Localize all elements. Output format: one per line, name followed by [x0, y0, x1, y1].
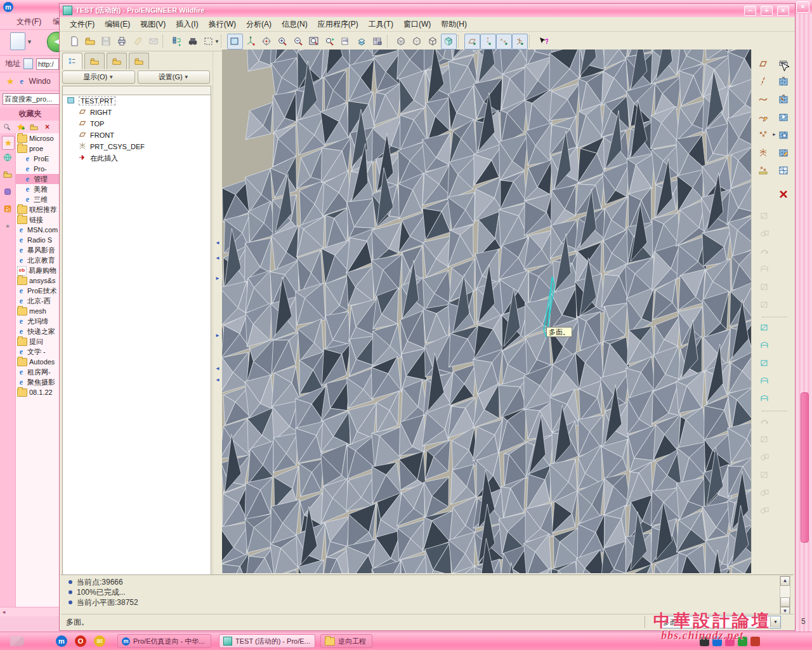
favorites-item[interactable]: eProE技术 — [16, 286, 60, 296]
favorites-star-icon[interactable]: ★ — [6, 76, 15, 86]
proe-menu-item[interactable]: 编辑(E) — [100, 17, 135, 32]
point-display-icon[interactable] — [496, 34, 512, 50]
proe-menu-item[interactable]: 工具(T) — [363, 17, 398, 32]
spin-center-icon[interactable] — [259, 34, 275, 50]
favorites-item[interactable]: 联想推荐 — [16, 204, 60, 215]
favorites-item[interactable]: ePro- — [16, 164, 60, 174]
favorites-item[interactable]: eProE — [16, 154, 60, 164]
favorites-item[interactable]: e管理 — [16, 174, 60, 184]
minimize-button[interactable]: − — [744, 6, 756, 16]
proe-menu-item[interactable]: 视图(V) — [135, 17, 171, 32]
model-tree-item[interactable]: TEST.PRT — [63, 95, 211, 107]
links-item-label[interactable]: Windo — [29, 77, 51, 86]
start-button[interactable] — [10, 636, 24, 646]
connections-tab-icon[interactable] — [129, 53, 149, 69]
settings-dropdown-button[interactable]: 设置(G)▼ — [138, 70, 211, 84]
favorites-item[interactable]: e聚焦摄影 — [16, 377, 60, 387]
rename-icon[interactable]: AB — [338, 34, 354, 50]
orient-3d-icon[interactable] — [243, 34, 259, 50]
view-manager-icon[interactable] — [370, 34, 386, 50]
facet-region-icon[interactable] — [776, 91, 791, 107]
facet-plain-icon[interactable] — [776, 162, 791, 178]
panel-sash[interactable]: ◄◄►►◄◄ — [213, 51, 222, 576]
search-binoculars-icon[interactable] — [185, 34, 200, 50]
favorites-item[interactable]: e文学 - — [16, 347, 60, 357]
outer-menu-item[interactable]: 文件(F) — [16, 17, 41, 27]
facet-fill-hole-icon[interactable] — [776, 109, 791, 124]
favorites-star-icon[interactable]: ★ — [2, 136, 15, 150]
panel-collapse-chevron-icon[interactable]: ◄ — [214, 239, 221, 247]
favorites-item[interactable]: e快递之家 — [16, 326, 60, 336]
context-help-icon[interactable]: ? — [535, 34, 551, 50]
proe-menu-item[interactable]: 信息(N) — [277, 17, 313, 32]
folders-icon[interactable] — [2, 170, 13, 183]
new-page-icon[interactable] — [10, 32, 25, 50]
update-tray-icon[interactable] — [750, 637, 760, 646]
proe-menu-item[interactable]: 分析(A) — [241, 17, 277, 32]
wireframe-cube-icon[interactable] — [393, 34, 409, 50]
resources-icon[interactable] — [2, 187, 13, 200]
model-tree-toggle-icon[interactable] — [169, 34, 185, 50]
favorites-item[interactable]: eMSN.com — [16, 225, 60, 235]
address-input[interactable] — [36, 58, 59, 70]
open-icon[interactable] — [82, 34, 98, 50]
panel-collapse-chevron-icon[interactable]: ► — [214, 332, 221, 340]
fill-icon[interactable] — [757, 391, 772, 406]
close-button[interactable]: × — [777, 6, 789, 16]
favorites-item[interactable]: Autodes — [16, 357, 60, 367]
favorites-item[interactable]: eRadio S — [16, 235, 60, 245]
csys-display-icon[interactable] — [512, 34, 528, 50]
proe-menu-item[interactable]: 插入(I) — [171, 17, 203, 32]
rss-icon[interactable] — [2, 204, 13, 217]
search-input[interactable] — [3, 93, 60, 105]
new-page-caret-icon[interactable]: ▼ — [27, 39, 32, 45]
proe-menu-item[interactable]: 帮助(H) — [436, 17, 472, 32]
model-tree-item[interactable]: TOP — [63, 118, 211, 129]
back-icon[interactable]: ◄ — [47, 32, 60, 52]
folder-browser-tab-icon[interactable] — [84, 53, 105, 69]
model-tree-tab-icon[interactable] — [62, 53, 82, 69]
favorites-tab-icon[interactable] — [107, 53, 127, 69]
mail-quick-icon[interactable]: ✉ — [94, 635, 105, 647]
taskbar-button[interactable]: mPro/E仿真逆向 - 中华... — [117, 634, 211, 648]
datum-axis-display-icon[interactable] — [480, 34, 496, 50]
datum-plane-tool-icon[interactable] — [756, 56, 771, 71]
favorites-item[interactable]: mesh — [16, 306, 60, 316]
flyout-arrow-icon[interactable]: ► — [772, 132, 776, 136]
viewport-3d[interactable]: 多面。 — [222, 50, 751, 573]
reorient-view-icon[interactable] — [322, 34, 338, 50]
outer-close-button[interactable]: × — [796, 1, 809, 13]
facet-select-icon[interactable] — [776, 74, 791, 89]
extend-icon[interactable] — [757, 355, 772, 371]
favorites-item[interactable]: e租房网- — [16, 367, 60, 377]
favorites-item[interactable]: 链接 — [16, 215, 60, 225]
taskbar-button[interactable]: TEST (活动的) - Pro/E... — [219, 634, 315, 648]
maxthon-quick-icon[interactable]: m — [56, 635, 67, 647]
model-tree-item[interactable]: PRT_CSYS_DEF — [63, 141, 211, 152]
panel-collapse-chevron-icon[interactable]: ◄ — [214, 365, 221, 373]
favorites-item[interactable]: 提问 — [16, 336, 60, 347]
facet-ruler-icon[interactable] — [776, 56, 791, 71]
favorites-hscrollbar[interactable]: ◄ — [0, 607, 60, 616]
zoom-out-icon[interactable] — [291, 34, 306, 50]
panel-collapse-chevron-icon[interactable]: ◄ — [214, 255, 221, 262]
zoom-in-icon[interactable] — [275, 34, 291, 50]
proe-menu-item[interactable]: 换行(W) — [204, 17, 241, 32]
favorites-item[interactable]: 08.1.22 — [16, 387, 60, 397]
show-dropdown-button[interactable]: 显示(O)▼ — [62, 70, 135, 84]
copy-geometry-icon[interactable] — [757, 320, 772, 335]
favorites-item[interactable]: e北京教育 — [16, 255, 60, 265]
favorites-item[interactable]: e北京-西 — [16, 296, 60, 306]
datum-plane-display-icon[interactable] — [464, 34, 480, 50]
mirror-icon[interactable] — [757, 338, 772, 353]
favorites-item[interactable]: e美雅 — [16, 184, 60, 194]
datum-axis-tool-icon[interactable] — [756, 74, 771, 89]
nohidden-cube-icon[interactable] — [425, 34, 441, 50]
delete-icon[interactable]: × — [43, 123, 52, 132]
shaded-cube-icon[interactable] — [441, 34, 457, 50]
hiddenline-cube-icon[interactable] — [409, 34, 425, 50]
favorites-item[interactable]: ansys&s — [16, 275, 60, 286]
search-icon[interactable] — [3, 123, 12, 132]
favorites-item[interactable]: e暴风影音 — [16, 245, 60, 255]
favorites-item[interactable]: e三维 — [16, 194, 60, 204]
